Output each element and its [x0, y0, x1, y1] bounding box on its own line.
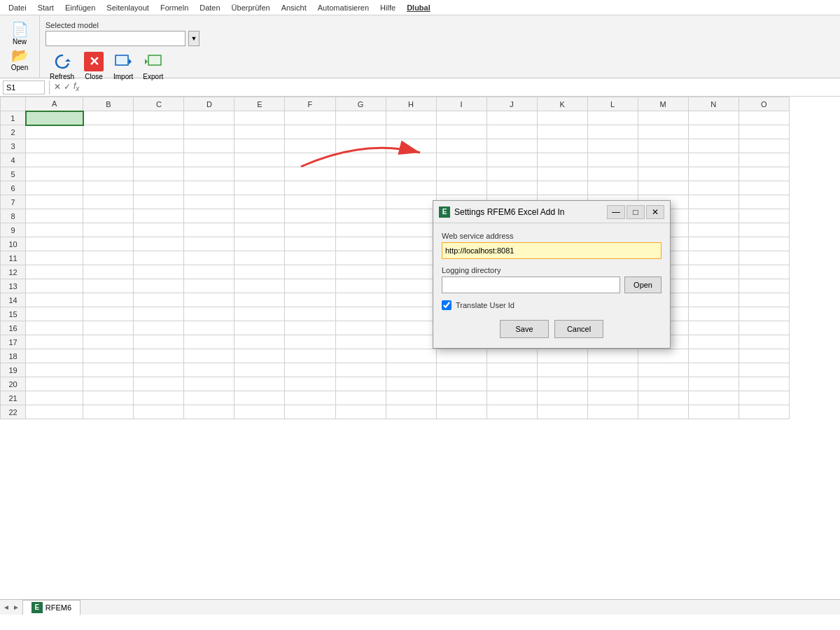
cell[interactable] [234, 349, 285, 363]
cell[interactable] [486, 139, 537, 153]
cell[interactable] [184, 209, 234, 223]
cell[interactable] [134, 139, 184, 153]
cell[interactable] [587, 181, 638, 195]
cell[interactable] [83, 167, 134, 181]
cell[interactable] [134, 391, 184, 405]
cell[interactable] [26, 223, 83, 237]
cell[interactable] [234, 251, 285, 265]
cell[interactable] [285, 181, 335, 195]
cell[interactable] [184, 111, 234, 125]
cell[interactable] [26, 111, 83, 125]
cell[interactable] [134, 223, 184, 237]
cell[interactable] [738, 237, 789, 251]
cell[interactable] [335, 405, 386, 419]
save-button[interactable]: Save [500, 320, 549, 338]
cell[interactable] [587, 363, 638, 377]
cell[interactable] [26, 321, 83, 335]
cell[interactable] [688, 279, 738, 293]
cell[interactable] [26, 405, 83, 419]
cell[interactable] [386, 167, 436, 181]
cell[interactable] [134, 293, 184, 307]
cell[interactable] [587, 139, 638, 153]
cell[interactable] [184, 251, 234, 265]
cell[interactable] [234, 237, 285, 251]
cell[interactable] [83, 265, 134, 279]
cell[interactable] [688, 125, 738, 139]
row-header-16[interactable]: 16 [1, 321, 26, 335]
cell[interactable] [638, 167, 688, 181]
cell[interactable] [486, 111, 537, 125]
col-header-L[interactable]: L [587, 97, 638, 111]
cell[interactable] [335, 391, 386, 405]
row-header-19[interactable]: 19 [1, 363, 26, 377]
cell[interactable] [335, 153, 386, 167]
cell[interactable] [335, 279, 386, 293]
cell[interactable] [335, 251, 386, 265]
cell[interactable] [386, 125, 436, 139]
cell[interactable] [386, 265, 436, 279]
col-header-E[interactable]: E [234, 97, 285, 111]
cell[interactable] [436, 363, 486, 377]
row-header-4[interactable]: 4 [1, 153, 26, 167]
cell[interactable] [738, 167, 789, 181]
col-header-I[interactable]: I [436, 97, 486, 111]
cell[interactable] [486, 153, 537, 167]
cell[interactable] [184, 363, 234, 377]
cell[interactable] [335, 237, 386, 251]
cell[interactable] [26, 153, 83, 167]
menu-ansicht[interactable]: Ansicht [276, 2, 312, 13]
cell[interactable] [386, 293, 436, 307]
col-header-K[interactable]: K [537, 97, 587, 111]
cell[interactable] [688, 139, 738, 153]
row-header-6[interactable]: 6 [1, 181, 26, 195]
col-header-G[interactable]: G [335, 97, 386, 111]
new-button[interactable]: 📄 New [6, 21, 34, 47]
cell[interactable] [83, 125, 134, 139]
cell[interactable] [26, 377, 83, 391]
cell[interactable] [335, 349, 386, 363]
cell[interactable] [26, 181, 83, 195]
col-header-O[interactable]: O [738, 97, 789, 111]
cell[interactable] [285, 237, 335, 251]
cell[interactable] [83, 223, 134, 237]
cell[interactable] [738, 223, 789, 237]
cell[interactable] [386, 335, 436, 349]
cell[interactable] [386, 251, 436, 265]
cell[interactable] [26, 349, 83, 363]
cell[interactable] [738, 265, 789, 279]
cell[interactable] [738, 307, 789, 321]
cell[interactable] [285, 153, 335, 167]
cell[interactable] [537, 111, 587, 125]
cell[interactable] [234, 181, 285, 195]
cell[interactable] [26, 279, 83, 293]
cell[interactable] [537, 405, 587, 419]
close-ribbon-button[interactable]: ✕ Close [80, 50, 108, 82]
cell[interactable] [386, 391, 436, 405]
cell[interactable] [285, 265, 335, 279]
cell[interactable] [335, 265, 386, 279]
cell[interactable] [83, 405, 134, 419]
cell[interactable] [688, 391, 738, 405]
cell[interactable] [688, 223, 738, 237]
cell[interactable] [134, 307, 184, 321]
cell[interactable] [587, 125, 638, 139]
cell[interactable] [688, 181, 738, 195]
cell[interactable] [738, 405, 789, 419]
cell[interactable] [638, 405, 688, 419]
sheet-tab-rfem6[interactable]: E RFEM6 [22, 600, 80, 615]
row-header-15[interactable]: 15 [1, 307, 26, 321]
cell[interactable] [26, 209, 83, 223]
cell[interactable] [386, 321, 436, 335]
cell[interactable] [285, 307, 335, 321]
cell[interactable] [738, 251, 789, 265]
cell[interactable] [184, 293, 234, 307]
cell[interactable] [688, 167, 738, 181]
cell[interactable] [386, 223, 436, 237]
cell[interactable] [335, 139, 386, 153]
cell[interactable] [285, 209, 335, 223]
row-header-21[interactable]: 21 [1, 391, 26, 405]
cell[interactable] [436, 349, 486, 363]
cell[interactable] [587, 377, 638, 391]
col-header-D[interactable]: D [184, 97, 234, 111]
cell[interactable] [285, 223, 335, 237]
